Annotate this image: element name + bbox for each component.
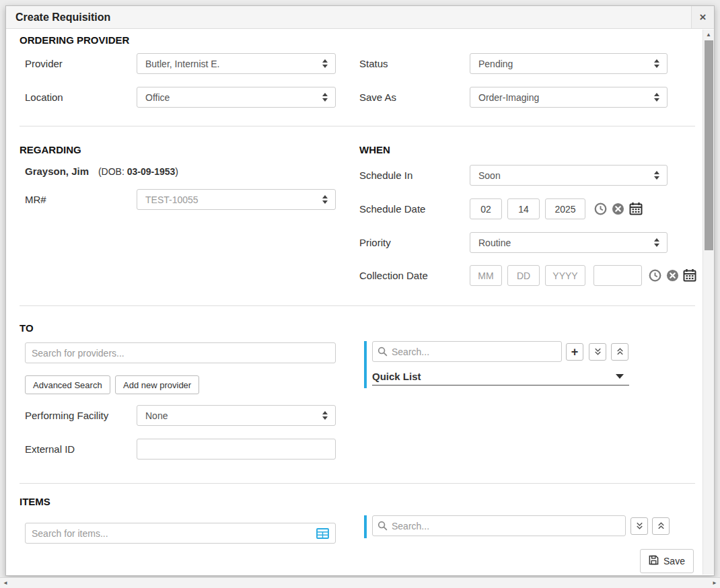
updown-caret-icon [322,194,328,205]
schedule-in-select[interactable]: Soon [470,165,668,186]
updown-caret-icon [322,59,328,69]
updown-caret-icon [322,92,328,102]
schedule-date-calendar-icon[interactable] [629,202,643,215]
save-as-label: Save As [359,87,396,108]
section-divider [20,483,695,484]
schedule-date-clock-icon[interactable] [594,203,607,215]
patient-line: Grayson, Jim (DOB: 03-09-1953) [25,166,178,177]
location-label: Location [25,87,63,108]
section-divider [20,126,695,126]
add-to-quick-list-button[interactable]: + [566,343,583,361]
mr-select[interactable]: TEST-10055 [137,189,336,210]
double-chevron-down-icon [635,520,644,532]
scroll-right-arrow[interactable]: ► [709,578,720,588]
schedule-date-year-input[interactable] [545,198,585,219]
schedule-date-label: Schedule Date [359,198,425,219]
plus-icon: + [571,346,579,358]
collection-date-time-input[interactable] [593,265,642,286]
provider-select[interactable]: Butler, Internist E. [137,53,336,74]
performing-facility-label: Performing Facility [25,405,108,426]
external-id-label: External ID [25,439,75,460]
updown-caret-icon [653,170,660,180]
double-chevron-up-icon [657,520,665,532]
items-search-wrap [25,523,336,544]
patient-name: Grayson, Jim [25,166,89,177]
save-as-select[interactable]: Order-Imaging [470,87,668,108]
horizontal-scrollbar[interactable]: ◄ ► [0,577,720,588]
provider-quick-search-input[interactable] [372,341,562,362]
save-button[interactable]: Save [640,549,694,573]
schedule-date-clear-icon[interactable] [612,203,624,215]
collection-date-month-input[interactable] [470,265,502,286]
schedule-in-label: Schedule In [359,165,412,186]
items-collapse-all-button[interactable] [652,517,670,535]
double-chevron-down-icon [593,346,602,358]
collection-date-year-input[interactable] [545,265,585,286]
performing-facility-select[interactable]: None [137,405,336,426]
items-table-icon[interactable] [316,528,329,539]
scrollbar-thumb[interactable] [705,40,713,250]
search-icon [377,521,388,534]
when-heading: WHEN [359,144,390,155]
updown-caret-icon [322,410,328,420]
scroll-up-arrow[interactable]: ▲ [703,30,714,40]
save-disk-icon [649,555,659,567]
quick-list-title: Quick List [372,371,421,382]
vertical-scrollbar[interactable]: ▲ [703,30,714,575]
scroll-left-arrow[interactable]: ◄ [0,578,11,588]
regarding-heading: REGARDING [20,144,81,155]
updown-caret-icon [653,92,660,102]
collection-date-day-input[interactable] [507,265,540,286]
double-chevron-up-icon [616,346,624,358]
section-divider [20,305,695,306]
caret-down-icon [616,374,624,379]
to-heading: TO [20,322,34,334]
collection-date-label: Collection Date [359,265,428,286]
provider-search-input[interactable] [25,342,336,363]
items-heading: ITEMS [20,496,50,507]
schedule-date-day-input[interactable] [507,198,540,219]
status-label: Status [359,53,388,74]
collection-date-clear-icon[interactable] [666,269,679,282]
items-quick-search-input[interactable] [372,515,626,536]
collection-date-calendar-icon[interactable] [683,268,696,282]
schedule-date-month-input[interactable] [470,198,502,219]
provider-quick-list-panel: + Quick List [364,341,630,388]
dialog-header: Create Requisition × [6,6,714,29]
patient-dob: (DOB: 03-09-1953) [98,166,178,177]
collapse-all-button[interactable] [611,343,628,361]
provider-label: Provider [25,53,63,74]
priority-label: Priority [359,232,391,253]
updown-caret-icon [653,237,660,248]
priority-select[interactable]: Routine [470,232,668,253]
expand-all-button[interactable] [589,343,606,361]
add-new-provider-button[interactable]: Add new provider [115,375,199,394]
items-search-input[interactable] [25,523,336,544]
status-select[interactable]: Pending [470,53,668,74]
create-requisition-dialog: Create Requisition × ORDERING PROVIDER P… [5,5,715,576]
location-select[interactable]: Office [137,87,336,108]
search-icon [377,346,388,359]
items-expand-all-button[interactable] [631,517,648,535]
mr-label: MR# [25,189,46,210]
quick-list-header[interactable]: Quick List [372,367,629,385]
dialog-title: Create Requisition [15,6,110,28]
external-id-input[interactable] [137,439,336,460]
close-button[interactable]: × [691,6,714,28]
items-quick-list-panel [364,515,670,538]
ordering-provider-heading: ORDERING PROVIDER [20,34,129,46]
advanced-search-button[interactable]: Advanced Search [25,375,110,394]
updown-caret-icon [653,59,660,69]
collection-date-clock-icon[interactable] [649,269,661,282]
close-icon: × [700,11,707,24]
